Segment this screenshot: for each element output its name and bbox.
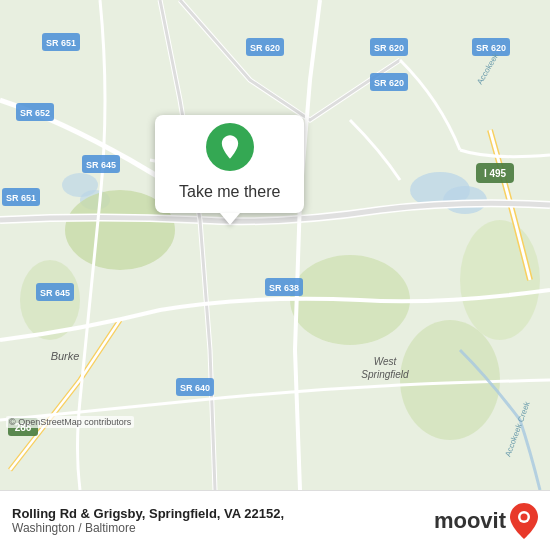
map-container: SR 651 SR 652 SR 651 SR 645 SR 645 SR 62… (0, 0, 550, 490)
svg-text:SR 640: SR 640 (180, 383, 210, 393)
svg-text:SR 651: SR 651 (46, 38, 76, 48)
svg-text:SR 651: SR 651 (6, 193, 36, 203)
pin-svg (216, 133, 244, 161)
svg-text:SR 620: SR 620 (374, 43, 404, 53)
location-pin-icon (206, 123, 254, 171)
svg-text:SR 645: SR 645 (40, 288, 70, 298)
svg-text:Burke: Burke (51, 350, 80, 362)
moovit-logo-text: moovit (434, 508, 506, 534)
location-region: Washington / Baltimore (12, 521, 284, 535)
svg-text:I 495: I 495 (484, 168, 507, 179)
location-name: Rolling Rd & Grigsby, Springfield, VA 22… (12, 506, 284, 521)
location-info: Rolling Rd & Grigsby, Springfield, VA 22… (12, 506, 284, 535)
take-me-there-button[interactable]: Take me there (171, 179, 288, 205)
svg-text:SR 620: SR 620 (374, 78, 404, 88)
popup-container: Take me there (155, 115, 304, 225)
moovit-pin-icon (510, 503, 538, 539)
moovit-logo: moovit (434, 503, 538, 539)
svg-text:SR 645: SR 645 (86, 160, 116, 170)
popup-box: Take me there (155, 115, 304, 213)
svg-text:West: West (374, 356, 398, 367)
svg-point-44 (521, 513, 528, 520)
popup-triangle (220, 213, 240, 225)
svg-text:SR 652: SR 652 (20, 108, 50, 118)
svg-point-7 (400, 320, 500, 440)
osm-credit: © OpenStreetMap contributors (6, 416, 134, 428)
svg-text:SR 638: SR 638 (269, 283, 299, 293)
svg-text:SR 620: SR 620 (250, 43, 280, 53)
svg-text:Springfield: Springfield (361, 369, 409, 380)
info-bar: Rolling Rd & Grigsby, Springfield, VA 22… (0, 490, 550, 550)
svg-text:SR 620: SR 620 (476, 43, 506, 53)
